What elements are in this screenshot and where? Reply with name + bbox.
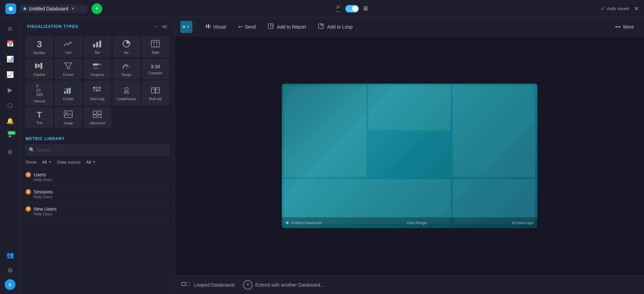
viz-type-number[interactable]: 3 Number <box>26 36 53 57</box>
svg-line-15 <box>126 65 127 68</box>
metric-dot-new-users: N <box>26 206 31 212</box>
viz-label-heatmap: Heat map <box>90 97 105 101</box>
sidebar-item-reports[interactable]: 📊 <box>3 52 17 66</box>
visual-button[interactable]: Visual <box>201 21 231 33</box>
preview-footer-left: Untitled Databoard <box>286 221 322 225</box>
text-icon: T <box>37 111 42 119</box>
add-report-icon <box>268 24 275 30</box>
close-button[interactable]: × <box>634 4 639 13</box>
viz-type-gauge[interactable]: Gauge <box>113 59 140 79</box>
viz-type-leaderboard[interactable]: Leaderboard <box>113 81 140 106</box>
sidebar-item-calendar[interactable]: 📅 <box>3 37 17 50</box>
search-input[interactable] <box>26 144 169 156</box>
extend-databoard-button[interactable]: + Extend with another Databoard... <box>243 280 324 290</box>
viz-type-interval[interactable]: 310345 Interval <box>26 81 53 106</box>
filter-datasource-label: Data source <box>57 160 81 165</box>
viz-type-combo[interactable]: Combo <box>54 81 82 106</box>
content-toolbar: ▼ Visual ↩ Send Add to R <box>175 17 644 36</box>
minimize-button[interactable]: − <box>154 23 158 30</box>
viz-types-grid: 3 Number Line Bar <box>20 34 175 133</box>
sidebar-item-settings[interactable]: ⚙ <box>3 264 17 277</box>
viz-type-funnel[interactable]: Funnel <box>54 59 82 79</box>
metric-dot-sessions: S <box>26 189 31 195</box>
metric-list: U Users Help Docs S Sessions Help Docs N <box>26 169 169 294</box>
metric-item-new-users[interactable]: N New Users Help Docs <box>26 203 169 220</box>
filter-show-select[interactable]: All ▼ <box>42 160 52 165</box>
sidebar-item-analytics[interactable]: ⊛ <box>3 145 17 159</box>
svg-rect-38 <box>206 25 207 28</box>
autosave-icon: ✓ <box>601 5 605 12</box>
app-logo[interactable] <box>5 3 16 14</box>
svg-rect-46 <box>186 282 190 286</box>
svg-point-25 <box>125 87 128 91</box>
topbar-center: 📱 🖥 <box>335 5 368 12</box>
viz-label-pie: Pie <box>124 51 128 55</box>
avatar[interactable]: S <box>5 279 15 290</box>
device-toggle-switch[interactable] <box>345 5 359 12</box>
sidebar-item-home[interactable]: ⌂ <box>3 22 17 35</box>
viz-label-line: Line <box>65 51 72 54</box>
sidebar-item-team[interactable]: 👥 <box>3 248 17 262</box>
viz-type-table[interactable]: Table <box>142 36 169 57</box>
panel-header: VISUALIZATION TYPES − ≪ <box>20 17 175 34</box>
add-to-report-label: Add to Report <box>277 24 306 30</box>
add-to-loop-button[interactable]: Add to Loop <box>313 21 357 33</box>
viz-type-bar[interactable]: Bar <box>83 36 111 57</box>
svg-rect-23 <box>96 89 98 91</box>
svg-rect-11 <box>40 63 42 69</box>
sidebar-item-new[interactable]: ✦ New <box>3 130 17 143</box>
svg-rect-1 <box>93 44 95 47</box>
viz-type-heatmap[interactable]: Heat map <box>83 81 111 106</box>
sidebar-item-metrics[interactable]: 📈 <box>3 68 17 81</box>
svg-rect-37 <box>98 115 101 118</box>
metric-sub-users: Help Docs <box>34 177 169 182</box>
viz-label-compare: Compare <box>148 71 162 75</box>
color-selector[interactable]: ▼ <box>180 21 192 33</box>
sidebar-item-alerts[interactable]: 🔔 <box>3 114 17 128</box>
viz-label-multitab: Multi-tab <box>149 97 162 101</box>
svg-rect-5 <box>151 40 159 47</box>
viz-label-advanced: Advanced <box>90 121 105 125</box>
panel-header-actions: − ≪ <box>154 23 168 30</box>
sidebar-item-integrations[interactable]: ⬡ <box>3 99 17 112</box>
more-button[interactable]: ••• More <box>610 22 639 32</box>
visual-icon <box>205 24 211 30</box>
add-to-report-button[interactable]: Add to Report <box>263 21 311 33</box>
svg-text:23%: 23% <box>93 67 99 70</box>
databoard-title-wrap[interactable]: Untitled Databoard ▼ <box>20 5 87 13</box>
viz-type-advanced[interactable]: Advanced <box>83 107 111 128</box>
filter-datasource-select[interactable]: All ▼ <box>86 160 96 165</box>
viz-type-line[interactable]: Line <box>54 36 82 57</box>
leaderboard-icon <box>122 86 130 95</box>
metric-sub-sessions: Help Docs <box>34 195 169 199</box>
svg-rect-45 <box>182 282 185 286</box>
desktop-icon[interactable]: 🖥 <box>362 5 368 12</box>
viz-types-title: VISUALIZATION TYPES <box>27 24 78 29</box>
bottom-bar: Looped Databoards + Extend with another … <box>175 275 644 294</box>
svg-rect-21 <box>99 87 101 89</box>
mobile-icon[interactable]: 📱 <box>335 5 342 12</box>
viz-type-progress[interactable]: 23% Progress <box>83 59 111 79</box>
sidebar-item-media[interactable]: ▶ <box>3 83 17 97</box>
viz-type-text[interactable]: T Text <box>26 107 53 128</box>
image-icon <box>64 111 73 119</box>
svg-point-33 <box>66 112 68 114</box>
send-button[interactable]: ↩ Send <box>233 21 261 32</box>
add-button[interactable]: + <box>91 3 102 14</box>
looped-databoards-button[interactable]: Looped Databoards <box>182 281 235 288</box>
viz-type-image[interactable]: Image <box>54 107 82 128</box>
metric-item-sessions[interactable]: S Sessions Help Docs <box>26 186 169 203</box>
viz-type-pipeline[interactable]: Pipeline <box>26 59 53 79</box>
preview-cell-2 <box>368 86 451 130</box>
preview-cell-3 <box>453 86 535 177</box>
viz-type-pie[interactable]: Pie <box>113 36 140 57</box>
svg-rect-13 <box>93 64 98 66</box>
collapse-button[interactable]: ≪ <box>161 23 168 30</box>
svg-rect-10 <box>38 64 40 68</box>
metric-item-users[interactable]: U Users Help Docs <box>26 169 169 186</box>
interval-icon: 310345 <box>36 84 43 97</box>
add-loop-icon <box>318 24 325 30</box>
svg-rect-16 <box>64 91 66 94</box>
viz-type-compare[interactable]: 3:10 Compare <box>142 59 169 79</box>
viz-type-multitab[interactable]: Multi-tab <box>142 81 169 106</box>
